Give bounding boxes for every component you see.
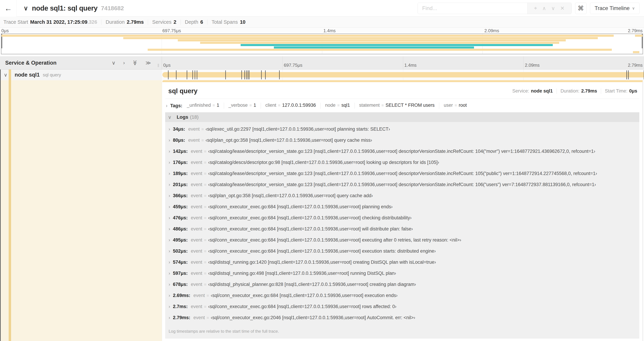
find-box: ⌖ ∧ ∨ ✕ bbox=[418, 3, 572, 14]
collapse-trace-chevron-icon[interactable]: ∨ bbox=[24, 5, 28, 12]
log-marker-tick bbox=[248, 70, 248, 79]
services-label: Services bbox=[152, 19, 172, 25]
clear-search-icon[interactable]: ✕ bbox=[560, 5, 564, 11]
timeline-ruler[interactable]: 0μs697.75μs1.4ms2.09ms2.79ms bbox=[162, 56, 644, 70]
divider bbox=[439, 103, 439, 109]
log-field-key: event bbox=[191, 248, 202, 254]
equals-sign: = bbox=[206, 293, 209, 298]
log-row[interactable]: ›459μs:event=‹sql/conn_executor_exec.go:… bbox=[165, 204, 639, 215]
trace-start-fraction: .326 bbox=[88, 19, 97, 25]
log-event-value: ‹sql/conn_executor_exec.go:684 [nsql1,cl… bbox=[208, 237, 461, 243]
log-row[interactable]: ›2.7ms:event=‹sql/conn_executor_exec.go:… bbox=[165, 304, 639, 315]
equals-sign: = bbox=[382, 103, 384, 108]
next-match-icon[interactable]: ∨ bbox=[551, 5, 555, 11]
log-timestamp: 476μs: bbox=[173, 215, 188, 221]
command-icon: ⌘ bbox=[578, 5, 584, 12]
left-scrollbar[interactable] bbox=[0, 70, 1, 341]
collapse-one-icon[interactable]: ∨ bbox=[112, 60, 116, 66]
span-name-row[interactable]: ∨ node sql1 sql query bbox=[0, 70, 162, 80]
equals-sign: = bbox=[206, 315, 209, 320]
log-marker-tick bbox=[192, 70, 193, 79]
log-field-key: event bbox=[193, 315, 205, 320]
log-row[interactable]: ›142μs:event=‹sql/catalog/lease/descript… bbox=[165, 149, 639, 160]
log-row[interactable]: ›502μs:event=‹sql/conn_executor_exec.go:… bbox=[165, 248, 639, 259]
expand-chevron-icon: › bbox=[168, 204, 170, 209]
log-timestamp: 2.79ms: bbox=[173, 315, 190, 320]
log-marker-tick bbox=[225, 70, 226, 79]
timeline-body: ∨ node sql1 sql query sql q bbox=[0, 70, 644, 341]
log-field-key: event bbox=[188, 127, 200, 132]
time-axis-label: 697.75μs bbox=[284, 63, 302, 68]
service-value: node sql1 bbox=[531, 88, 553, 94]
services-value: 2 bbox=[174, 19, 176, 25]
log-row[interactable]: ›2.79ms:event=‹sql/conn_executor_exec.go… bbox=[165, 315, 639, 326]
log-marker-tick bbox=[265, 70, 266, 79]
gridline bbox=[403, 56, 403, 69]
tag-key: statement bbox=[359, 103, 380, 108]
collapse-children-chevron-icon[interactable]: ∨ bbox=[4, 72, 8, 78]
span-bar-ticks bbox=[162, 70, 644, 80]
log-row[interactable]: ›189μs:event=‹sql/catalog/lease/descript… bbox=[165, 171, 639, 182]
trace-minimap: 0μs697.75μs1.4ms2.09ms2.79ms bbox=[0, 28, 644, 56]
total-spans-value: 10 bbox=[240, 19, 246, 25]
total-spans-label: Total Spans bbox=[212, 19, 238, 25]
log-row[interactable]: ›495μs:event=‹sql/conn_executor_exec.go:… bbox=[165, 237, 639, 248]
prev-match-icon[interactable]: ∧ bbox=[542, 5, 546, 11]
minimap-span-bar bbox=[148, 49, 612, 51]
find-input[interactable] bbox=[418, 3, 527, 14]
log-event-value: ‹sql/distsql_physical_planner.go:828 [ns… bbox=[208, 282, 416, 287]
collapse-all-icon[interactable]: ≫ bbox=[132, 60, 138, 66]
log-row[interactable]: ›597μs:event=‹sql/distsql_running.go:498… bbox=[165, 271, 639, 282]
log-marker-tick bbox=[244, 70, 245, 79]
log-row[interactable]: ›2.69ms:event=‹sql/conn_executor_exec.go… bbox=[165, 293, 639, 304]
log-row[interactable]: ›176μs:event=‹sql/catalog/descs/descript… bbox=[165, 160, 639, 171]
log-row[interactable]: ›678μs:event=‹sql/distsql_physical_plann… bbox=[165, 282, 639, 293]
log-event-value: ‹sql/catalog/lease/descriptor_version_st… bbox=[208, 182, 596, 187]
log-row[interactable]: ›476μs:event=‹sql/conn_executor_exec.go:… bbox=[165, 215, 639, 226]
log-field-key: event bbox=[188, 138, 200, 143]
child-span-bar[interactable] bbox=[162, 80, 642, 82]
duration-label: Duration: bbox=[560, 88, 580, 94]
expand-chevron-icon: › bbox=[168, 138, 170, 143]
expand-chevron-icon: › bbox=[168, 237, 170, 243]
equals-sign: = bbox=[204, 182, 206, 187]
log-marker-tick bbox=[186, 70, 187, 79]
trace-start-label: Trace Start bbox=[4, 19, 28, 25]
log-row[interactable]: ›574μs:event=‹sql/distsql_running.go:142… bbox=[165, 259, 639, 271]
equals-sign: = bbox=[204, 227, 206, 231]
log-field-key: event bbox=[191, 182, 202, 187]
divider bbox=[180, 20, 181, 25]
log-event-value: ‹sql/conn_executor_exec.go:684 [nsql1,cl… bbox=[208, 226, 413, 232]
expand-chevron-icon: › bbox=[168, 315, 170, 320]
log-marker-tick bbox=[246, 70, 246, 79]
logs-section-header[interactable]: ∨ Logs (18) bbox=[165, 112, 639, 122]
log-marker-tick bbox=[279, 70, 280, 79]
expand-one-icon[interactable]: › bbox=[123, 60, 125, 66]
log-row[interactable]: ›366μs:event=‹sql/plan_opt.go:358 [nsql1… bbox=[165, 193, 639, 204]
keyboard-shortcuts-button[interactable]: ⌘ bbox=[575, 3, 586, 14]
equals-sign: = bbox=[204, 171, 206, 176]
tags-row[interactable]: › Tags: _unfinished=1_verbose=1client=12… bbox=[162, 99, 642, 112]
view-selector-button[interactable]: Trace Timeline ∨ bbox=[590, 3, 640, 14]
log-row[interactable]: ›34μs:event=‹sql/exec_util.go:2297 [nsql… bbox=[165, 127, 639, 138]
span-bar-row[interactable] bbox=[162, 70, 644, 80]
span-operation-name: sql query bbox=[43, 72, 61, 78]
log-row[interactable]: ›486μs:event=‹sql/conn_executor_exec.go:… bbox=[165, 226, 639, 237]
logs-section: ›34μs:event=‹sql/exec_util.go:2297 [nsql… bbox=[165, 122, 639, 338]
log-row[interactable]: ›80μs:event=‹sql/plan_opt.go:358 [nsql1,… bbox=[165, 138, 639, 149]
log-field-key: event bbox=[191, 204, 202, 209]
minimap-canvas[interactable] bbox=[1, 34, 643, 54]
equals-sign: = bbox=[204, 160, 206, 165]
expand-all-icon[interactable]: ≫ bbox=[146, 60, 151, 66]
timeline-header-row: Service & Operation ∨ › ≫ ≫ ‖ 0μs697.75μ… bbox=[0, 56, 644, 70]
equals-sign: = bbox=[204, 282, 206, 287]
expand-chevron-icon: › bbox=[168, 127, 170, 132]
service-label: Service: bbox=[512, 88, 529, 94]
trace-id: 7418682 bbox=[101, 5, 124, 12]
depth-value: 6 bbox=[200, 19, 203, 25]
back-button[interactable]: ← bbox=[0, 0, 16, 17]
log-row[interactable]: ›201μs:event=‹sql/catalog/lease/descript… bbox=[165, 182, 639, 193]
locate-icon[interactable]: ⌖ bbox=[534, 5, 537, 11]
minimap-axis: 0μs697.75μs1.4ms2.09ms2.79ms bbox=[0, 28, 644, 33]
column-resizer-handle[interactable]: ‖ bbox=[157, 63, 159, 68]
